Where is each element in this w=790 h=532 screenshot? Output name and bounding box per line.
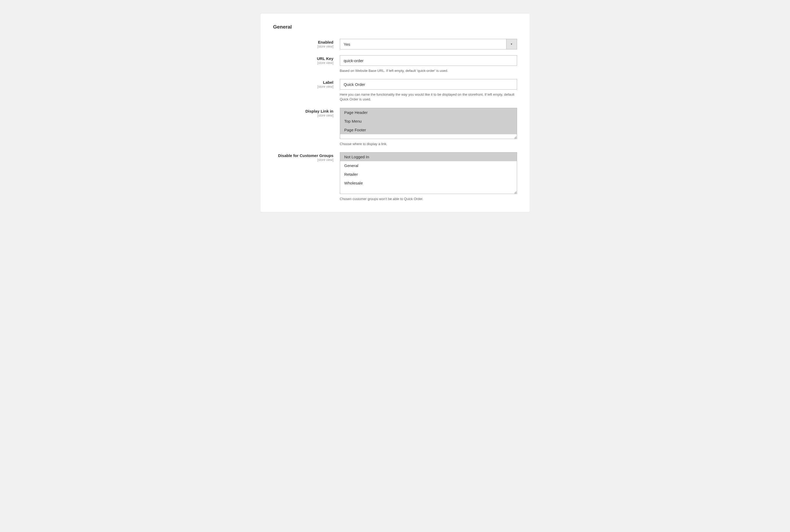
multiselect-option[interactable]: Page Header bbox=[340, 108, 517, 117]
label-text: Label bbox=[273, 80, 333, 84]
label-text: Disable for Customer Groups bbox=[273, 153, 333, 158]
label-text: URL Key bbox=[273, 56, 333, 61]
multiselect-option[interactable]: Not Logged In bbox=[340, 152, 517, 161]
label-disable-groups: Disable for Customer Groups [store view] bbox=[273, 152, 340, 162]
multiselect-option[interactable]: General bbox=[340, 161, 517, 170]
url-key-input[interactable] bbox=[340, 55, 517, 66]
multiselect-option[interactable]: Wholesale bbox=[340, 179, 517, 187]
multiselect-option[interactable]: Page Footer bbox=[340, 126, 517, 134]
disable-groups-note: Chosen customer groups won't be able to … bbox=[340, 197, 517, 202]
url-key-note: Based on Website Base URL. If left empty… bbox=[340, 69, 517, 73]
label-input[interactable] bbox=[340, 79, 517, 90]
multiselect-option[interactable]: Top Menu bbox=[340, 117, 517, 126]
enabled-select[interactable]: Yes ▼ bbox=[340, 39, 517, 50]
settings-panel: General Enabled [store view] Yes ▼ URL K… bbox=[260, 13, 530, 212]
display-link-note: Choose where to display a link. bbox=[340, 142, 517, 147]
scope-label: [store view] bbox=[273, 61, 333, 65]
scope-label: [store view] bbox=[273, 158, 333, 162]
label-enabled: Enabled [store view] bbox=[273, 39, 340, 49]
label-display-link: Display Link in [store view] bbox=[273, 108, 340, 117]
multiselect-option[interactable]: Retailer bbox=[340, 170, 517, 179]
label-text: Display Link in bbox=[273, 109, 333, 113]
row-url-key: URL Key [store view] Based on Website Ba… bbox=[273, 55, 517, 73]
row-label: Label [store view] Here you can name the… bbox=[273, 79, 517, 102]
scope-label: [store view] bbox=[273, 45, 333, 49]
section-title: General bbox=[273, 24, 517, 30]
row-display-link: Display Link in [store view] Page Header… bbox=[273, 108, 517, 147]
label-note: Here you can name the functionality the … bbox=[340, 92, 517, 102]
label-text: Enabled bbox=[273, 40, 333, 44]
label-label: Label [store view] bbox=[273, 79, 340, 89]
scope-label: [store view] bbox=[273, 114, 333, 117]
label-url-key: URL Key [store view] bbox=[273, 55, 340, 65]
scope-label: [store view] bbox=[273, 85, 333, 89]
display-link-multiselect[interactable]: Page HeaderTop MenuPage Footer bbox=[340, 108, 517, 139]
row-disable-groups: Disable for Customer Groups [store view]… bbox=[273, 152, 517, 202]
disable-groups-multiselect[interactable]: Not Logged InGeneralRetailerWholesale bbox=[340, 152, 517, 194]
resize-grip-icon bbox=[514, 136, 516, 138]
resize-grip-icon bbox=[514, 191, 516, 193]
row-enabled: Enabled [store view] Yes ▼ bbox=[273, 39, 517, 50]
chevron-down-icon: ▼ bbox=[506, 39, 517, 49]
enabled-select-value: Yes bbox=[340, 39, 506, 49]
